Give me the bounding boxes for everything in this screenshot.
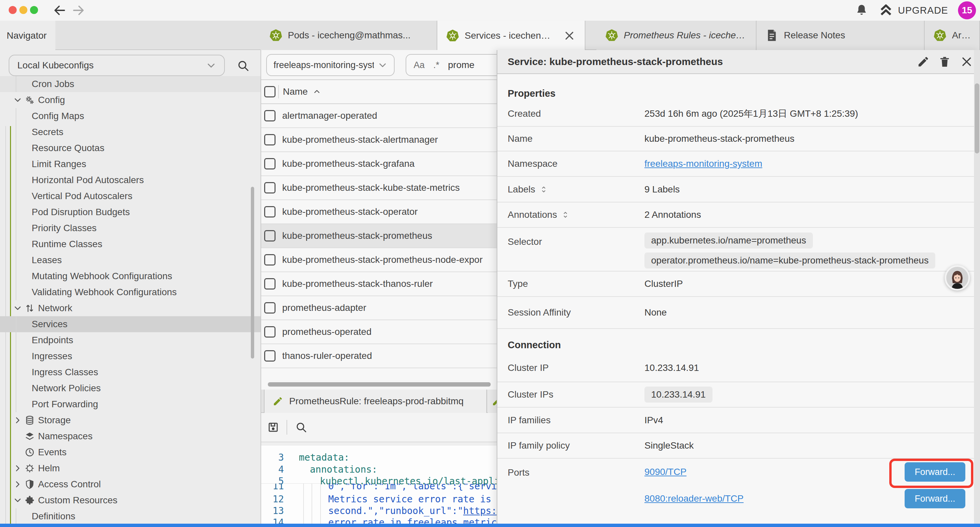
row-checkbox[interactable] — [264, 230, 275, 242]
namespace-selector[interactable]: freeleaps-monitoring-system — [266, 54, 395, 76]
table-row-kube-prometheus-stack-kube-state-metrics[interactable]: kube-prometheus-stack-kube-state-metrics — [261, 176, 497, 200]
namespace-link[interactable]: freeleaps-monitoring-system — [644, 158, 762, 169]
table-row-prometheus-operated[interactable]: prometheus-operated — [261, 320, 497, 344]
table-row-kube-prometheus-stack-operator[interactable]: kube-prometheus-stack-operator — [261, 200, 497, 224]
close-icon[interactable] — [960, 56, 973, 68]
sidebar-item-events[interactable]: Events — [0, 444, 261, 460]
table-row-kube-prometheus-stack-prometheus-node-expor[interactable]: kube-prometheus-stack-prometheus-node-ex… — [261, 248, 497, 272]
sidebar-item-leases[interactable]: Leases — [0, 252, 261, 268]
name-column-header[interactable]: Name — [283, 86, 308, 97]
sidebar-item-secrets[interactable]: Secrets — [0, 124, 261, 140]
chevron-right-icon[interactable] — [13, 480, 22, 489]
sidebar-item-network-policies[interactable]: Network Policies — [0, 380, 261, 396]
sidebar-item-services[interactable]: Services — [0, 316, 261, 332]
row-checkbox[interactable] — [264, 254, 275, 266]
regex-toggle[interactable]: .* — [433, 60, 439, 70]
upgrade-button[interactable]: UPGRADE — [878, 3, 948, 18]
editor-tab-prometheusrule[interactable]: PrometheusRule: freeleaps-prod-rabbitmq — [264, 390, 487, 413]
tree-child-guide — [16, 508, 16, 524]
row-checkbox[interactable] — [264, 110, 275, 121]
row-checkbox[interactable] — [264, 134, 275, 145]
sidebar-item-port-forwarding[interactable]: Port Forwarding — [0, 396, 261, 412]
delete-icon[interactable] — [938, 56, 951, 68]
sidebar-item-storage[interactable]: Storage — [0, 412, 261, 428]
table-row-kube-prometheus-stack-alertmanager[interactable]: kube-prometheus-stack-alertmanager — [261, 128, 497, 152]
sidebar-item-network[interactable]: Network — [0, 300, 261, 316]
window-close-button[interactable] — [9, 6, 17, 14]
sidebar-item-vertical-pod-autoscalers[interactable]: Vertical Pod Autoscalers — [0, 188, 261, 204]
list-search-input[interactable]: Aa .* prome — [406, 54, 497, 76]
sidebar-item-definitions[interactable]: Definitions — [0, 508, 261, 524]
horizontal-scrollbar[interactable] — [268, 382, 491, 387]
sidebar-item-ingresses[interactable]: Ingresses — [0, 348, 261, 364]
yaml-editor[interactable]: 3metadata:4annotations:5kubectl.kubernet… — [261, 442, 497, 527]
row-checkbox[interactable] — [264, 182, 275, 193]
table-row-thanos-ruler-operated[interactable]: thanos-ruler-operated — [261, 344, 497, 368]
tab-navigator[interactable]: Navigator — [0, 21, 56, 51]
sidebar-item-runtime-classes[interactable]: Runtime Classes — [0, 236, 261, 252]
sort-ascending-icon[interactable] — [313, 88, 321, 96]
save-icon[interactable] — [267, 421, 279, 433]
tab-release-notes[interactable]: Release Notes — [757, 21, 924, 50]
forward-button[interactable]: Forward... — [905, 489, 965, 508]
chevron-down-icon[interactable] — [13, 304, 22, 312]
detail-scrollbar[interactable] — [975, 83, 979, 153]
sidebar-item-pod-disruption-budgets[interactable]: Pod Disruption Budgets — [0, 204, 261, 220]
table-row-alertmanager-operated[interactable]: alertmanager-operated — [261, 104, 497, 128]
sidebar-item-priority-classes[interactable]: Priority Classes — [0, 220, 261, 236]
sidebar-item-resource-quotas[interactable]: Resource Quotas — [0, 140, 261, 156]
tab-argo-se[interactable]: Argo Se — [924, 21, 980, 50]
chevron-down-icon[interactable] — [13, 496, 22, 505]
row-checkbox[interactable] — [264, 278, 275, 290]
tab-services-icecheng-math[interactable]: Services - icecheng@math... — [437, 21, 585, 51]
chevron-right-icon[interactable] — [13, 416, 22, 425]
sidebar-search-icon[interactable] — [237, 59, 250, 72]
tab-prometheus-rules-icecheng[interactable]: Prometheus Rules - icecheng... — [597, 21, 757, 50]
editor-search-icon[interactable] — [295, 421, 307, 433]
table-row-kube-prometheus-stack-thanos-ruler[interactable]: kube-prometheus-stack-thanos-ruler — [261, 272, 497, 296]
sort-icon[interactable] — [539, 185, 548, 194]
table-row-kube-prometheus-stack-prometheus[interactable]: kube-prometheus-stack-prometheus — [261, 224, 497, 248]
forward-arrow-icon[interactable] — [72, 3, 85, 18]
table-row-kube-prometheus-stack-grafana[interactable]: kube-prometheus-stack-grafana — [261, 152, 497, 176]
sidebar-item-cron-jobs[interactable]: Cron Jobs — [0, 76, 261, 92]
row-checkbox[interactable] — [264, 158, 275, 169]
sort-icon[interactable] — [561, 210, 570, 219]
sidebar-item-namespaces[interactable]: Namespaces — [0, 428, 261, 444]
back-arrow-icon[interactable] — [53, 3, 67, 18]
match-case-toggle[interactable]: Aa — [414, 60, 425, 70]
chevron-down-icon[interactable] — [13, 96, 22, 104]
window-zoom-button[interactable] — [30, 6, 38, 14]
sidebar-item-access-control[interactable]: Access Control — [0, 476, 261, 492]
tab-close-icon[interactable] — [563, 29, 576, 42]
sidebar-item-limit-ranges[interactable]: Limit Ranges — [0, 156, 261, 172]
sidebar-item-helm[interactable]: Helm — [0, 460, 261, 476]
sidebar-item-config-maps[interactable]: Config Maps — [0, 108, 261, 124]
notifications-bell-icon[interactable] — [854, 3, 869, 18]
port-link[interactable]: 9090/TCP — [644, 466, 686, 477]
kubeconfig-selector[interactable]: Local Kubeconfigs — [9, 55, 225, 76]
sidebar-item-horizontal-pod-autoscalers[interactable]: Horizontal Pod Autoscalers — [0, 172, 261, 188]
sidebar-item-custom-resources[interactable]: Custom Resources — [0, 492, 261, 508]
row-checkbox[interactable] — [264, 206, 275, 218]
sidebar-item-validating-webhook-configurations[interactable]: Validating Webhook Configurations — [0, 284, 261, 300]
sidebar-item-config[interactable]: Config — [0, 92, 261, 108]
sidebar-scrollbar[interactable] — [251, 187, 254, 358]
port-link[interactable]: 8080:reloader-web/TCP — [644, 493, 743, 504]
select-all-checkbox[interactable] — [264, 86, 275, 97]
window-minimize-button[interactable] — [19, 6, 27, 14]
chevron-right-icon[interactable] — [13, 464, 22, 473]
notification-count-badge[interactable]: 15 — [958, 2, 976, 19]
sidebar-item-mutating-webhook-configurations[interactable]: Mutating Webhook Configurations — [0, 268, 261, 284]
table-row-prometheus-adapter[interactable]: prometheus-adapter — [261, 296, 497, 320]
row-checkbox[interactable] — [264, 302, 275, 314]
sidebar-item-endpoints[interactable]: Endpoints — [0, 332, 261, 348]
edit-icon[interactable] — [917, 56, 930, 68]
tab-pods-icecheng-mathmas[interactable]: Pods - icecheng@mathmas... — [261, 21, 437, 50]
row-checkbox[interactable] — [264, 350, 275, 361]
forward-button[interactable]: Forward... — [905, 462, 965, 482]
sidebar-item-ingress-classes[interactable]: Ingress Classes — [0, 364, 261, 380]
row-checkbox[interactable] — [264, 326, 275, 338]
yaml-link[interactable]: https://net — [463, 505, 497, 516]
editor-tab-next[interactable] — [488, 390, 497, 413]
